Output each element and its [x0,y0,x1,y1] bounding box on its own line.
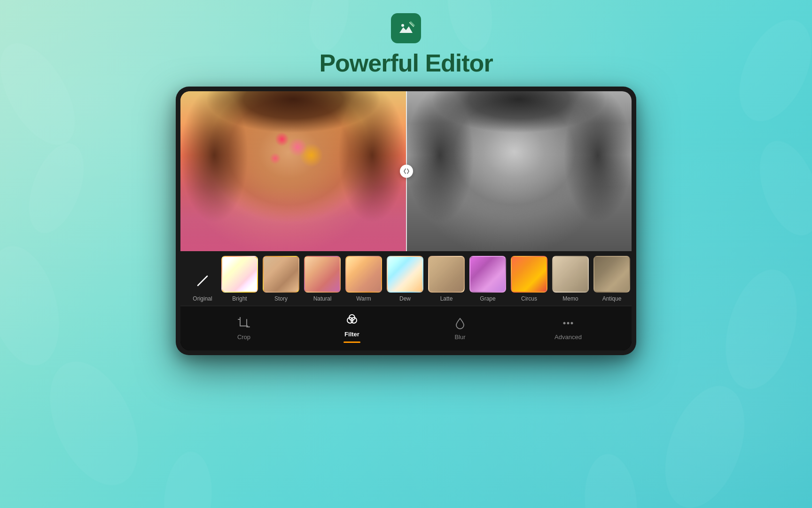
filter-thumb-grape [469,256,506,293]
svg-point-20 [563,322,566,324]
svg-point-0 [0,31,90,157]
filter-label-warm: Warm [356,295,371,302]
filter-thumb-warm [345,256,382,293]
filter-label-original: Original [193,295,212,302]
filter-label-story: Story [274,295,288,302]
svg-point-22 [571,322,573,324]
app-logo [391,13,421,43]
filter-item-story[interactable]: Story [260,256,302,302]
filter-thumb-dew [387,256,423,293]
filter-item-dew[interactable]: Dew [384,256,426,302]
filter-thumb-circus [511,256,547,293]
tablet-screen: Original Bright Story [180,91,632,350]
filter-thumb-latte [428,256,465,293]
filter-label-memo: Memo [562,295,578,302]
crop-icon [237,317,250,330]
filter-label-latte: Latte [440,295,453,302]
tool-label-crop: Crop [237,333,250,341]
tool-label-filter: Filter [344,331,359,338]
filter-thumb-natural [304,256,341,293]
svg-point-2 [0,238,71,373]
filter-label-grape: Grape [480,295,495,302]
filter-label-circus: Circus [521,295,537,302]
filter-label-antique: Antique [602,295,622,302]
crop-icon-container [236,316,251,331]
tool-label-blur: Blur [454,333,465,341]
filter-item-original[interactable]: Original [186,269,219,302]
svg-point-4 [748,133,812,244]
image-original [180,91,406,251]
logo-icon [397,19,415,38]
svg-point-21 [567,322,570,324]
tool-blur[interactable]: Blur [441,316,479,341]
filter-thumb-story [263,256,299,293]
tablet-device: Original Bright Story [176,87,636,355]
filter-label-dew: Dew [399,295,411,302]
tool-filter[interactable]: Filter [333,313,371,343]
filter-item-antique[interactable]: Antique [591,256,632,302]
hair-overlay-right [406,91,632,251]
svg-point-10 [160,450,215,508]
svg-line-16 [198,276,207,286]
header: Powerful Editor [319,13,492,77]
filter-active-indicator [344,341,360,343]
advanced-icon-container [561,316,576,331]
split-handle[interactable] [400,165,413,178]
svg-point-5 [714,262,809,397]
original-icon [191,269,214,293]
filter-icon [345,314,359,327]
filter-strip: Original Bright Story [180,251,632,306]
tool-crop[interactable]: Crop [225,316,263,341]
blur-icon-container [453,316,468,331]
svg-point-1 [18,136,94,240]
filter-thumb-bright [221,256,258,293]
filter-item-warm[interactable]: Warm [343,256,384,302]
filter-item-memo[interactable]: Memo [550,256,591,302]
svg-point-6 [32,348,156,499]
tool-advanced[interactable]: Advanced [549,316,587,341]
blur-icon [453,317,467,330]
filter-thumb-antique [593,256,630,293]
split-divider [406,91,407,251]
warm-tint [180,187,406,251]
filter-item-circus[interactable]: Circus [508,256,550,302]
filter-label-natural: Natural [313,295,332,302]
filter-label-bright: Bright [232,295,247,302]
filter-item-latte[interactable]: Latte [426,256,467,302]
image-filtered [406,91,632,251]
bottom-toolbar: Crop Filter [180,306,632,350]
filter-list: Original Bright Story [180,256,632,302]
filter-item-natural[interactable]: Natural [302,256,343,302]
svg-point-3 [725,8,812,132]
filter-thumb-memo [552,256,589,293]
advanced-icon [562,317,575,330]
svg-point-7 [650,375,759,508]
svg-point-13 [401,24,404,27]
tool-label-advanced: Advanced [554,333,582,341]
split-handle-icon [403,168,410,175]
filter-item-grape[interactable]: Grape [467,256,508,302]
device-wrapper: Original Bright Story [176,87,636,355]
page-title: Powerful Editor [319,49,492,77]
svg-point-11 [581,452,641,508]
image-comparison-area [180,91,632,251]
filter-item-bright[interactable]: Bright [219,256,260,302]
pencil-slash-icon [195,274,210,288]
filter-icon-container [344,313,359,328]
svg-rect-12 [397,19,415,38]
